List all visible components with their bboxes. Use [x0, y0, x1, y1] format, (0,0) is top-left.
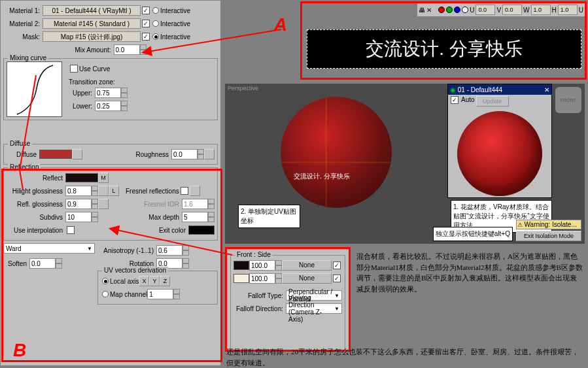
auto-checkbox[interactable] — [451, 96, 458, 104]
front-amount-input[interactable] — [249, 260, 275, 271]
viewport-label: Perspective — [228, 85, 258, 92]
w-label: W — [523, 7, 529, 14]
side-map-button[interactable]: None — [282, 273, 332, 284]
mask-button[interactable]: Map #15 (设计师.jpg) — [43, 31, 141, 42]
marker-b: B — [13, 340, 26, 361]
update-button[interactable]: Update — [476, 96, 509, 107]
viewcube[interactable]: FRONT — [555, 87, 581, 113]
mask-label: Mask: — [3, 33, 43, 41]
roughness-map-button[interactable] — [204, 149, 215, 159]
material2-enable-checkbox[interactable] — [142, 20, 150, 27]
spin-down[interactable] — [140, 50, 147, 55]
diffuse-group: Diffuse Diffuse Roughness — [3, 144, 218, 165]
uu-label: U — [579, 7, 583, 14]
v-label: V — [496, 7, 501, 14]
mat-preview-title: ◉ 01 - Default444✕ — [448, 84, 551, 95]
v-input[interactable] — [502, 5, 522, 15]
diffuse-swatch[interactable] — [39, 150, 72, 159]
use-curve-checkbox[interactable] — [70, 65, 78, 73]
curve-preview — [7, 61, 62, 117]
callout-3: 独立显示按钮快捷键alt+Q — [433, 227, 513, 241]
use-curve-label: Use Curve — [79, 65, 110, 73]
material-preview-window[interactable]: ◉ 01 - Default444✕ AutoUpdate — [447, 84, 552, 198]
warning-bar: ⚠ Warning: Isolate... — [516, 220, 581, 229]
side-amount-input[interactable] — [249, 273, 275, 284]
preview-sphere — [457, 111, 542, 196]
diffuse-label: Diffuse — [7, 151, 39, 158]
side-enable-checkbox[interactable] — [333, 275, 341, 282]
side-swatch[interactable] — [233, 274, 249, 283]
mix-amount-label: Mix Amount: — [75, 46, 113, 54]
w-input[interactable] — [531, 5, 551, 15]
material1-enable-checkbox[interactable] — [142, 7, 150, 14]
material1-button[interactable]: 01 - Default444 ( VRayMtl ) — [43, 5, 141, 16]
lower-label: Lower: — [69, 103, 95, 110]
viewport-perspective[interactable]: Perspective 交流设计. 分享快乐 2. 单独制定UV贴图坐标 ◉ 0… — [225, 84, 585, 244]
sphere-preview: 交流设计. 分享快乐 — [281, 97, 392, 208]
falloff-panel: Front : Side None None Falloff Type: Per… — [225, 247, 351, 352]
u-input[interactable] — [476, 5, 495, 15]
close-icon[interactable]: ✕ — [426, 7, 432, 14]
falloff-type-label: Falloff Type: — [233, 292, 286, 299]
falloff-dir-dropdown[interactable]: Viewing Direction (Camera Z-Axis)▼ — [286, 303, 342, 314]
mask-enable-checkbox[interactable] — [142, 33, 150, 41]
front-map-button[interactable]: None — [282, 260, 332, 271]
material2-interactive-radio[interactable] — [152, 20, 159, 27]
mix-amount-input[interactable] — [114, 44, 140, 55]
mask-interactive-radio[interactable] — [152, 33, 159, 40]
material1-interactive-label: Interactive — [160, 7, 190, 14]
material1-label: Material 1: — [3, 7, 43, 14]
white-dot-icon[interactable] — [462, 7, 468, 13]
annotation-box-b — [1, 169, 222, 362]
description-bottom: 还是很乱空间有限，20平米的房子怎么也装不下这么多东西，还要留出客厅、卧室、厨房… — [226, 346, 579, 368]
material2-button[interactable]: Material #145 ( Standard ) — [43, 18, 141, 29]
description-right: 混合材质，看着比较乱。不过说明起来很容易，A区为遮罩贴图，黑色部分Materia… — [356, 251, 584, 294]
diffuse-map-button[interactable] — [72, 149, 82, 159]
uv-toolbar: 🖶 ✕ U V W H U — [417, 3, 585, 16]
blue-dot-icon[interactable] — [454, 7, 460, 13]
material2-interactive-label: Interactive — [160, 20, 190, 27]
marker-a: A — [274, 14, 287, 35]
h-label: H — [552, 7, 557, 14]
callout-2: 2. 单独制定UV贴图坐标 — [238, 205, 300, 228]
mask-interactive-label: Interactive — [160, 33, 190, 41]
front-enable-checkbox[interactable] — [333, 261, 341, 269]
diffuse-legend: Diffuse — [8, 140, 32, 147]
transition-zone-label: Transition zone: — [69, 78, 128, 86]
roughness-input[interactable] — [171, 149, 198, 159]
green-dot-icon[interactable] — [446, 7, 453, 13]
sphere-text: 交流设计. 分享快乐 — [294, 172, 350, 181]
falloff-dir-label: Falloff Direction: — [233, 305, 286, 312]
u-label: U — [470, 7, 474, 14]
print-icon[interactable]: 🖶 — [419, 7, 425, 14]
material1-interactive-radio[interactable] — [152, 7, 159, 14]
mixing-curve-group: Mixing curve Use Curve Transition zone: … — [3, 58, 218, 120]
upper-label: Upper: — [69, 90, 95, 97]
h-input[interactable] — [558, 5, 578, 15]
mixing-curve-legend: Mixing curve — [8, 54, 48, 61]
red-dot-icon[interactable] — [438, 7, 445, 13]
banner-text: 交流设计. 分享快乐 — [307, 29, 581, 69]
lower-input[interactable] — [95, 101, 121, 111]
roughness-label: Roughness — [135, 151, 171, 158]
exit-isolation-button[interactable]: Exit Isolation Mode — [516, 231, 581, 241]
falloff-legend: Front : Side — [235, 251, 273, 258]
upper-input[interactable] — [95, 88, 121, 98]
front-swatch[interactable] — [233, 261, 249, 270]
material2-label: Material 2: — [3, 20, 43, 27]
spin-up[interactable] — [140, 44, 147, 50]
